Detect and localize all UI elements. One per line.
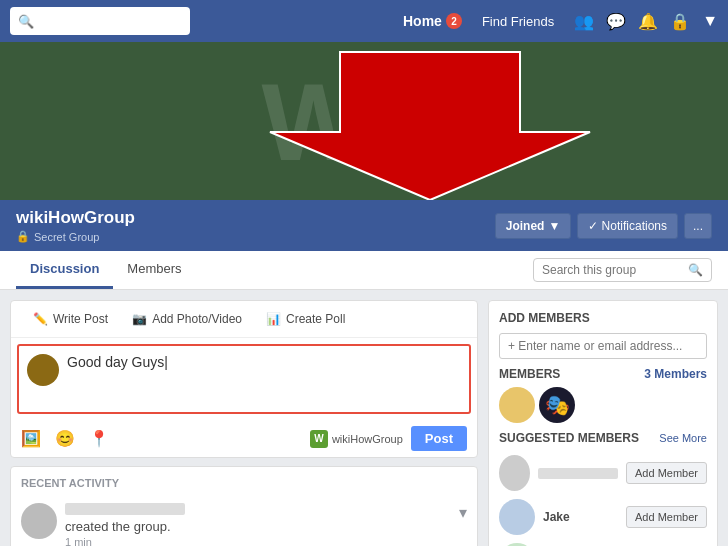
activity-chevron-icon[interactable]: ▾ <box>459 503 467 522</box>
messages-icon[interactable]: 💬 <box>606 12 626 31</box>
activity-user-avatar <box>21 503 57 539</box>
add-members-title: ADD MEMBERS <box>499 311 707 325</box>
suggested-member-row-3: Add Member <box>499 539 707 546</box>
group-search-input[interactable] <box>542 263 682 277</box>
wiki-logo-icon: W <box>310 430 328 448</box>
post-compose-area: Good day Guys| <box>17 344 471 414</box>
nav-search-box[interactable]: 🔍 <box>10 7 190 35</box>
suggested-member-row-1: Add Member <box>499 451 707 495</box>
member-avatar-1 <box>499 387 535 423</box>
more-label: ... <box>693 219 703 233</box>
joined-label: Joined <box>506 219 545 233</box>
group-title: wikiHowGroup <box>16 208 135 228</box>
activity-content: created the group. 1 min <box>65 503 451 546</box>
friends-icon[interactable]: 👥 <box>574 12 594 31</box>
composer-tools: 🖼️ 😊 📍 <box>21 429 109 448</box>
group-action-buttons: Joined ▼ ✓ Notifications ... <box>495 213 712 239</box>
nav-search-input[interactable] <box>40 14 180 28</box>
emoji-tool-icon[interactable]: 😊 <box>55 429 75 448</box>
account-icon[interactable]: 🔒 <box>670 12 690 31</box>
pencil-icon: ✏️ <box>33 312 48 326</box>
see-more-link[interactable]: See More <box>659 432 707 444</box>
composer-right-actions: W wikiHowGroup Post <box>310 426 467 451</box>
group-type-label: Secret Group <box>34 231 99 243</box>
home-badge: 2 <box>446 13 462 29</box>
photo-icon: 📷 <box>132 312 147 326</box>
find-friends-nav[interactable]: Find Friends <box>482 14 554 29</box>
suggested-avatar-2 <box>499 499 535 535</box>
add-member-button-1[interactable]: Add Member <box>626 462 707 484</box>
wiki-watermark-text: Wiki <box>261 58 466 185</box>
tab-members[interactable]: Members <box>113 251 195 289</box>
more-options-button[interactable]: ... <box>684 213 712 239</box>
activity-description: created the group. <box>65 519 171 534</box>
write-post-label: Write Post <box>53 312 108 326</box>
suggested-name-jake: Jake <box>543 510 618 524</box>
lock-icon: 🔒 <box>16 230 30 243</box>
search-icon: 🔍 <box>18 14 34 29</box>
suggested-members-title: SUGGESTED MEMBERS <box>499 431 639 445</box>
add-member-input[interactable] <box>499 333 707 359</box>
notifications-label: ✓ Notifications <box>588 219 667 233</box>
members-card: ADD MEMBERS MEMBERS 3 Members 🎭 SUGGESTE… <box>488 300 718 546</box>
activity-time: 1 min <box>65 536 451 546</box>
create-poll-button[interactable]: 📊 Create Poll <box>254 307 357 331</box>
add-photo-label: Add Photo/Video <box>152 312 242 326</box>
group-tabs: Discussion Members <box>16 251 196 289</box>
main-content: ✏️ Write Post 📷 Add Photo/Video 📊 Create… <box>0 290 728 546</box>
menu-icon[interactable]: ▼ <box>702 12 718 30</box>
group-search-box[interactable]: 🔍 <box>533 258 712 282</box>
activity-user-name-blurred <box>65 503 185 515</box>
group-info: wikiHowGroup 🔒 Secret Group <box>16 208 135 243</box>
poll-icon: 📊 <box>266 312 281 326</box>
members-header: MEMBERS 3 Members <box>499 367 707 381</box>
top-navigation: 🔍 Home 2 Find Friends 👥 💬 🔔 🔒 ▼ <box>0 0 728 42</box>
left-column: ✏️ Write Post 📷 Add Photo/Video 📊 Create… <box>10 300 478 546</box>
tabs-row: Discussion Members 🔍 <box>0 251 728 290</box>
notifications-icon[interactable]: 🔔 <box>638 12 658 31</box>
suggested-name-blurred-1 <box>538 468 618 479</box>
right-column: ADD MEMBERS MEMBERS 3 Members 🎭 SUGGESTE… <box>488 300 718 546</box>
post-text-input[interactable]: Good day Guys| <box>67 354 461 404</box>
cover-background: Wiki <box>0 42 728 200</box>
members-title: MEMBERS <box>499 367 560 381</box>
location-tool-icon[interactable]: 📍 <box>89 429 109 448</box>
suggested-member-row-2: Jake Add Member <box>499 495 707 539</box>
post-submit-button[interactable]: Post <box>411 426 467 451</box>
nav-icons: 👥 💬 🔔 🔒 ▼ <box>574 12 718 31</box>
write-post-button[interactable]: ✏️ Write Post <box>21 307 120 331</box>
member-avatar-2: 🎭 <box>539 387 575 423</box>
members-count[interactable]: 3 Members <box>644 367 707 381</box>
home-label: Home <box>403 13 442 29</box>
group-name-bar: wikiHowGroup 🔒 Secret Group Joined ▼ ✓ N… <box>0 200 728 251</box>
home-nav-item[interactable]: Home 2 <box>403 13 462 29</box>
wiki-brand-label: wikiHowGroup <box>332 433 403 445</box>
add-photo-button[interactable]: 📷 Add Photo/Video <box>120 307 254 331</box>
suggested-avatar-1 <box>499 455 530 491</box>
nav-center: Home 2 Find Friends 👥 💬 🔔 🔒 ▼ <box>403 12 718 31</box>
composer-bottom-bar: 🖼️ 😊 📍 W wikiHowGroup Post <box>11 420 477 457</box>
post-actions-bar: ✏️ Write Post 📷 Add Photo/Video 📊 Create… <box>11 301 477 338</box>
joined-chevron-icon: ▼ <box>548 219 560 233</box>
notifications-button[interactable]: ✓ Notifications <box>577 213 678 239</box>
post-composer: ✏️ Write Post 📷 Add Photo/Video 📊 Create… <box>10 300 478 458</box>
group-search-icon: 🔍 <box>688 263 703 277</box>
suggested-members-header: SUGGESTED MEMBERS See More <box>499 431 707 445</box>
joined-button[interactable]: Joined ▼ <box>495 213 572 239</box>
create-poll-label: Create Poll <box>286 312 345 326</box>
recent-activity-section: RECENT ACTIVITY created the group. 1 min… <box>10 466 478 546</box>
group-type: 🔒 Secret Group <box>16 230 135 243</box>
wiki-brand: W wikiHowGroup <box>310 430 403 448</box>
members-avatars: 🎭 <box>499 387 707 423</box>
cover-photo: Wiki <box>0 42 728 200</box>
recent-activity-title: RECENT ACTIVITY <box>21 477 467 489</box>
user-avatar <box>27 354 59 386</box>
activity-item: created the group. 1 min ▾ <box>21 497 467 546</box>
photo-tool-icon[interactable]: 🖼️ <box>21 429 41 448</box>
add-member-button-2[interactable]: Add Member <box>626 506 707 528</box>
tab-discussion[interactable]: Discussion <box>16 251 113 289</box>
